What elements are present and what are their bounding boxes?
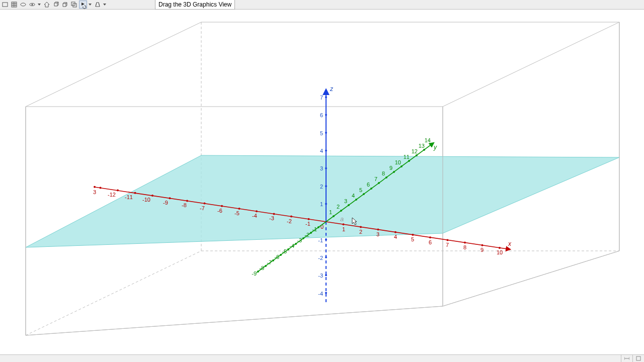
svg-text:-5: -5 [234, 210, 239, 216]
svg-text:10: 10 [395, 159, 401, 165]
svg-point-116 [400, 165, 403, 167]
svg-text:-6: -6 [217, 208, 222, 214]
svg-text:7: 7 [320, 95, 323, 101]
copy-tool-button[interactable] [70, 1, 78, 9]
svg-point-40 [325, 256, 327, 258]
view-tool-button[interactable] [28, 1, 36, 9]
svg-line-27 [26, 306, 443, 335]
rotate-drag-tool-button[interactable] [79, 1, 87, 9]
svg-point-59 [360, 226, 362, 228]
svg-point-78 [134, 192, 136, 194]
box3d-tool-button[interactable] [61, 1, 69, 9]
svg-text:7: 7 [374, 176, 377, 182]
grid-tool-button[interactable] [10, 1, 18, 9]
svg-text:2: 2 [359, 229, 362, 235]
svg-point-107 [333, 215, 335, 217]
svg-text:-3: -3 [318, 273, 323, 279]
rectangle-tool-button[interactable] [1, 1, 9, 9]
svg-point-76 [169, 197, 171, 199]
perspective-tool-button[interactable] [94, 1, 102, 9]
svg-text:3: 3 [344, 198, 347, 204]
svg-point-109 [348, 204, 350, 206]
svg-point-6 [21, 3, 26, 6]
perspective-tool-dropdown[interactable] [103, 1, 107, 9]
svg-point-77 [151, 195, 153, 197]
svg-point-32 [325, 203, 327, 205]
z-axis-label: z [330, 85, 334, 93]
cube-tool-button[interactable] [52, 1, 60, 9]
svg-point-36 [325, 132, 327, 134]
svg-point-39 [325, 238, 327, 240]
svg-point-112 [370, 188, 372, 190]
svg-point-71 [256, 210, 258, 212]
status-bar [0, 354, 644, 362]
svg-point-42 [325, 292, 327, 294]
svg-text:-1: -1 [318, 237, 323, 243]
rotate-drag-tool-dropdown[interactable] [88, 1, 92, 9]
svg-point-119 [423, 149, 425, 151]
svg-point-110 [355, 199, 357, 201]
svg-line-12 [99, 3, 100, 7]
svg-point-66 [481, 244, 484, 246]
svg-text:6: 6 [429, 239, 432, 245]
svg-line-18 [26, 22, 201, 107]
svg-text:1: 1 [320, 201, 323, 207]
svg-point-58 [343, 223, 345, 225]
svg-text:-10: -10 [142, 197, 150, 203]
svg-point-34 [325, 167, 327, 169]
svg-point-38 [325, 96, 327, 98]
svg-text:1: 1 [342, 226, 345, 232]
svg-text:-12: -12 [108, 192, 116, 198]
svg-text:-7: -7 [267, 259, 272, 265]
svg-text:8: 8 [463, 244, 466, 250]
svg-text:-3: -3 [297, 237, 302, 243]
svg-line-23 [26, 251, 201, 335]
svg-point-108 [340, 210, 342, 212]
svg-point-114 [385, 176, 387, 178]
home-tool-button[interactable] [43, 1, 51, 9]
svg-text:11: 11 [404, 154, 410, 160]
svg-point-33 [325, 185, 327, 187]
svg-line-16 [443, 22, 619, 107]
svg-text:4: 4 [320, 148, 323, 154]
svg-line-28 [443, 251, 619, 306]
svg-point-75 [186, 200, 188, 202]
svg-text:-4: -4 [318, 291, 323, 297]
svg-text:2: 2 [337, 204, 340, 210]
svg-point-69 [290, 216, 292, 218]
svg-text:6: 6 [320, 112, 323, 118]
svg-text:4: 4 [394, 234, 397, 240]
svg-text:7: 7 [446, 242, 449, 248]
svg-point-111 [363, 193, 365, 195]
svg-point-62 [412, 234, 414, 236]
svg-text:8: 8 [382, 170, 385, 176]
svg-text:3: 3 [320, 165, 323, 171]
svg-rect-0 [3, 3, 8, 7]
3d-graphics-view[interactable]: a 1 2 3 4 5 6 7 -1 -2 -3 -4 x z [0, 10, 644, 355]
svg-line-11 [96, 3, 97, 7]
svg-point-61 [394, 231, 396, 233]
svg-text:2: 2 [320, 184, 323, 190]
svg-point-79 [117, 190, 119, 192]
svg-text:-9: -9 [163, 200, 168, 206]
svg-point-72 [238, 208, 240, 210]
ellipse-tool-button[interactable] [19, 1, 27, 9]
instruction-tooltip: Drag the 3D Graphics View [155, 0, 235, 10]
svg-text:1: 1 [329, 209, 332, 215]
x-axis-label: x [508, 240, 512, 247]
svg-text:12: 12 [412, 148, 418, 154]
y-axis-label: y [433, 144, 437, 151]
svg-point-70 [273, 213, 275, 215]
svg-point-121 [317, 226, 319, 228]
view-tool-dropdown[interactable] [37, 1, 41, 9]
svg-point-117 [408, 160, 410, 162]
svg-point-68 [308, 218, 310, 220]
svg-rect-154 [636, 356, 640, 360]
svg-point-63 [429, 236, 431, 238]
status-resize-icon[interactable] [621, 355, 632, 362]
svg-point-118 [416, 154, 418, 156]
status-box-icon[interactable] [632, 355, 644, 362]
svg-text:9: 9 [389, 165, 392, 171]
plane-a-label: a [340, 215, 344, 223]
svg-text:14: 14 [425, 137, 431, 143]
